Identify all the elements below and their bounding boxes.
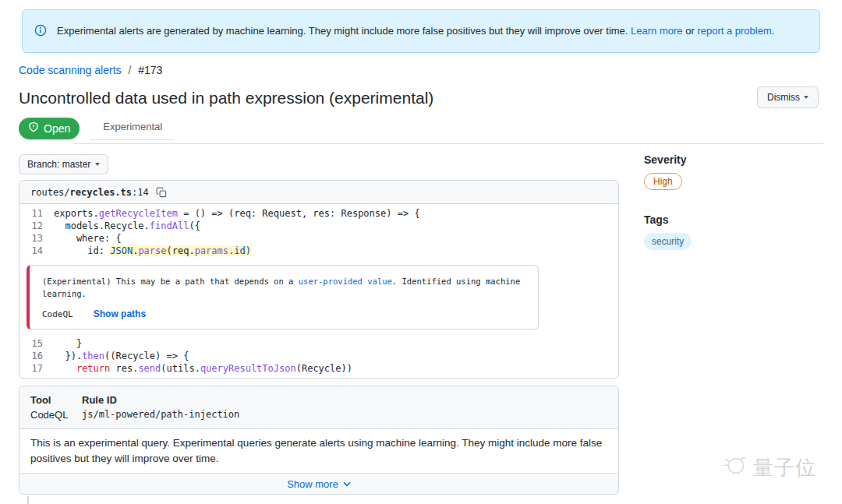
learn-more-link[interactable]: Learn more	[631, 25, 682, 37]
file-line-ref: :14	[132, 187, 149, 198]
branch-selector-label: Branch: master	[27, 159, 90, 170]
header-divider	[74, 143, 823, 144]
alert-message-text: (Experimental) This may be a path that d…	[42, 277, 299, 286]
line-number[interactable]: 13	[19, 232, 54, 245]
breadcrumb-code-scanning-link[interactable]: Code scanning alerts	[19, 64, 122, 76]
tool-column-header: Tool	[30, 394, 82, 406]
code-text: }	[54, 337, 82, 350]
show-paths-link[interactable]: Show paths	[94, 308, 146, 319]
info-icon	[34, 24, 47, 39]
banner-or-text: or	[685, 25, 695, 37]
code-line: 12 models.Recycle.findAll({	[19, 220, 618, 232]
show-more-label: Show more	[287, 478, 338, 490]
copy-path-button[interactable]	[156, 187, 167, 198]
shield-icon	[28, 122, 39, 135]
alert-annotation-actions: CodeQL Show paths	[42, 308, 525, 319]
line-number[interactable]: 17	[19, 362, 54, 375]
tag-security[interactable]: security	[644, 233, 692, 250]
line-number[interactable]: 14	[19, 245, 54, 257]
rule-id-column: Rule ID js/ml-powered/path-injection	[82, 394, 239, 421]
watermark: 量子位	[720, 453, 816, 482]
code-text: where: {	[54, 232, 122, 245]
user-provided-value-link[interactable]: user-provided value	[299, 277, 392, 286]
code-line: 13 where: {	[19, 232, 618, 245]
open-status-badge: Open	[19, 118, 80, 139]
tool-column-value: CodeQL	[30, 409, 82, 421]
report-problem-link[interactable]: report a problem	[697, 25, 771, 37]
chevron-down-icon	[343, 481, 351, 487]
tab-experimental[interactable]: Experimental	[90, 116, 175, 140]
breadcrumb: Code scanning alerts / #173	[19, 64, 162, 76]
alert-message: (Experimental) This may be a path that d…	[42, 275, 525, 300]
code-line: 16 }).then((Recycle) => {	[19, 350, 618, 362]
severity-heading: Severity	[644, 153, 823, 166]
rule-id-column-value: js/ml-powered/path-injection	[82, 409, 239, 420]
file-name: recycles.ts	[70, 187, 132, 198]
qbitai-logo-icon	[720, 453, 749, 482]
alert-details-card: Tool CodeQL Rule ID js/ml-powered/path-i…	[19, 386, 619, 495]
breadcrumb-separator: /	[124, 64, 135, 76]
code-line: 15 }	[19, 337, 618, 350]
timeline-connector	[27, 496, 29, 504]
dismiss-button-label: Dismiss	[767, 92, 800, 103]
code-text: }).then((Recycle) => {	[54, 350, 189, 362]
details-header: Tool CodeQL Rule ID js/ml-powered/path-i…	[19, 386, 618, 429]
tags-heading: Tags	[644, 213, 823, 226]
tool-column: Tool CodeQL	[30, 394, 82, 421]
alert-state-row: Open Experimental	[19, 116, 175, 140]
file-header: routes/recycles.ts:14	[19, 181, 618, 204]
code-block-before: 11exports.getRecycleItem = () => (req: R…	[19, 204, 618, 260]
chevron-down-icon	[95, 163, 100, 166]
severity-badge: High	[644, 173, 682, 190]
line-number[interactable]: 16	[19, 350, 54, 362]
file-dir: routes/	[30, 187, 70, 198]
sidebar: Severity High Tags security	[644, 153, 823, 250]
code-line: 14 id: JSON.parse(req.params.id)	[19, 245, 618, 257]
line-number[interactable]: 12	[19, 220, 54, 232]
branch-selector-button[interactable]: Branch: master	[19, 154, 108, 174]
breadcrumb-alert-number: #173	[138, 64, 162, 76]
tool-name-label: CodeQL	[42, 309, 73, 319]
code-text: return res.send(utils.queryResultToJson(…	[54, 362, 352, 375]
page-title: Uncontrolled data used in path expressio…	[19, 89, 433, 107]
banner-period: .	[772, 25, 775, 37]
experimental-info-banner: Experimental alerts are generated by mac…	[22, 9, 820, 53]
line-number[interactable]: 11	[19, 207, 54, 220]
code-text: models.Recycle.findAll({	[54, 220, 200, 232]
line-number[interactable]: 15	[19, 337, 54, 350]
chevron-down-icon	[804, 96, 808, 99]
banner-text: Experimental alerts are generated by mac…	[57, 24, 774, 38]
banner-message: Experimental alerts are generated by mac…	[57, 25, 628, 37]
rule-id-column-header: Rule ID	[82, 394, 239, 406]
code-line: 17 return res.send(utils.queryResultToJs…	[19, 362, 618, 375]
alert-annotation-box: (Experimental) This may be a path that d…	[27, 265, 539, 330]
open-badge-label: Open	[44, 122, 70, 135]
show-more-button[interactable]: Show more	[19, 473, 618, 494]
rule-description: This is an experimental query. Experimen…	[19, 429, 618, 473]
watermark-text: 量子位	[753, 454, 816, 481]
dismiss-button[interactable]: Dismiss	[757, 86, 819, 108]
file-path[interactable]: routes/recycles.ts:14	[30, 187, 149, 198]
code-block-after: 15 }16 }).then((Recycle) => {17 return r…	[19, 334, 618, 378]
code-text: exports.getRecycleItem = () => (req: Req…	[54, 207, 420, 220]
code-line: 11exports.getRecycleItem = () => (req: R…	[19, 207, 618, 220]
code-snippet-card: routes/recycles.ts:14 11exports.getRecyc…	[19, 180, 619, 379]
code-text: id: JSON.parse(req.params.id)	[54, 245, 251, 257]
